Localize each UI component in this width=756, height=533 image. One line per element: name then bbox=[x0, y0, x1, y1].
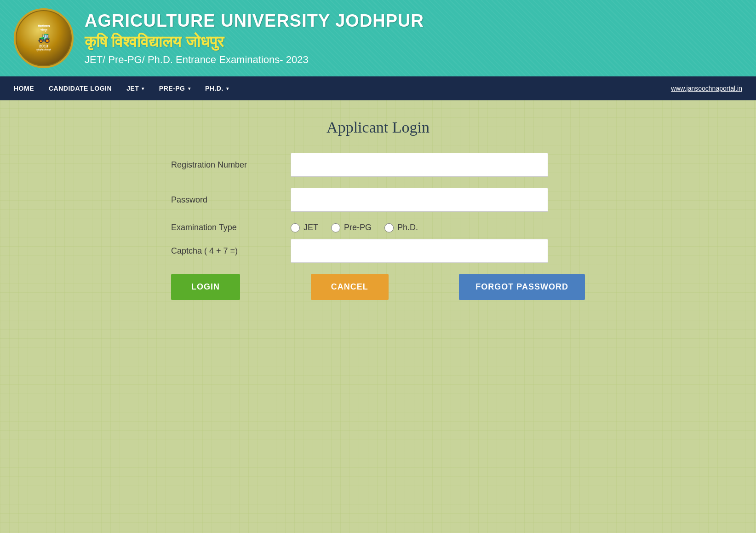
navbar: HOME CANDIDATE LOGIN JET ▾ PRE-PG ▾ PH.D… bbox=[0, 76, 756, 100]
password-row: Password bbox=[171, 188, 585, 212]
university-name-en: AGRICULTURE UNIVERSITY JODHPUR bbox=[85, 11, 424, 31]
exam-type-radio-group: JET Pre-PG Ph.D. bbox=[291, 223, 418, 232]
password-label: Password bbox=[171, 195, 291, 205]
captcha-label: Captcha ( 4 + 7 =) bbox=[171, 246, 291, 256]
captcha-input[interactable] bbox=[291, 239, 548, 263]
nav-phd[interactable]: PH.D. ▾ bbox=[205, 78, 229, 98]
login-button[interactable]: LOGIN bbox=[171, 274, 240, 300]
navbar-right: www.jansoochnaportal.in bbox=[671, 84, 742, 93]
radio-jet[interactable]: JET bbox=[291, 223, 318, 232]
exam-type-label: Examination Type bbox=[171, 223, 291, 232]
portal-link[interactable]: www.jansoochnaportal.in bbox=[671, 85, 742, 92]
buttons-row: LOGIN CANCEL FORGOT PASSWORD bbox=[171, 274, 585, 300]
form-title: Applicant Login bbox=[28, 119, 728, 136]
registration-input[interactable] bbox=[291, 153, 548, 177]
nav-candidate-login[interactable]: CANDIDATE LOGIN bbox=[49, 78, 112, 98]
main-content: Applicant Login Registration Number Pass… bbox=[0, 100, 756, 533]
radio-phd[interactable]: Ph.D. bbox=[384, 223, 418, 232]
nav-jet[interactable]: JET ▾ bbox=[126, 78, 144, 98]
header-text-block: AGRICULTURE UNIVERSITY JODHPUR कृषि विश्… bbox=[85, 11, 424, 66]
chevron-down-icon: ▾ bbox=[188, 86, 191, 91]
nav-home[interactable]: HOME bbox=[14, 78, 34, 98]
chevron-down-icon: ▾ bbox=[226, 86, 229, 91]
navbar-left: HOME CANDIDATE LOGIN JET ▾ PRE-PG ▾ PH.D… bbox=[14, 78, 229, 98]
radio-prepg[interactable]: Pre-PG bbox=[331, 223, 372, 232]
password-input[interactable] bbox=[291, 188, 548, 212]
university-name-hi: कृषि विश्वविद्यालय जोधपुर bbox=[85, 33, 424, 51]
registration-label: Registration Number bbox=[171, 160, 291, 170]
header: विश्वविद्यालयजोधपुर 🚜 2013 कृषि वृत्ति अ… bbox=[0, 0, 756, 76]
radio-phd-input[interactable] bbox=[384, 223, 394, 232]
university-logo: विश्वविद्यालयजोधपुर 🚜 2013 कृषि वृत्ति अ… bbox=[14, 8, 74, 68]
logo-year: 2013 bbox=[39, 44, 48, 48]
registration-row: Registration Number bbox=[171, 153, 585, 177]
exam-type-row: Examination Type JET Pre-PG Ph.D. bbox=[171, 223, 585, 232]
radio-prepg-input[interactable] bbox=[331, 223, 340, 232]
captcha-row: Captcha ( 4 + 7 =) bbox=[171, 239, 585, 263]
exam-subtitle: JET/ Pre-PG/ Ph.D. Entrance Examinations… bbox=[85, 54, 424, 66]
forgot-password-button[interactable]: FORGOT PASSWORD bbox=[459, 274, 585, 300]
login-form: Registration Number Password Examination… bbox=[171, 153, 585, 263]
cancel-button[interactable]: CANCEL bbox=[311, 274, 389, 300]
chevron-down-icon: ▾ bbox=[142, 86, 144, 91]
radio-jet-input[interactable] bbox=[291, 223, 300, 232]
nav-prepg[interactable]: PRE-PG ▾ bbox=[159, 78, 190, 98]
